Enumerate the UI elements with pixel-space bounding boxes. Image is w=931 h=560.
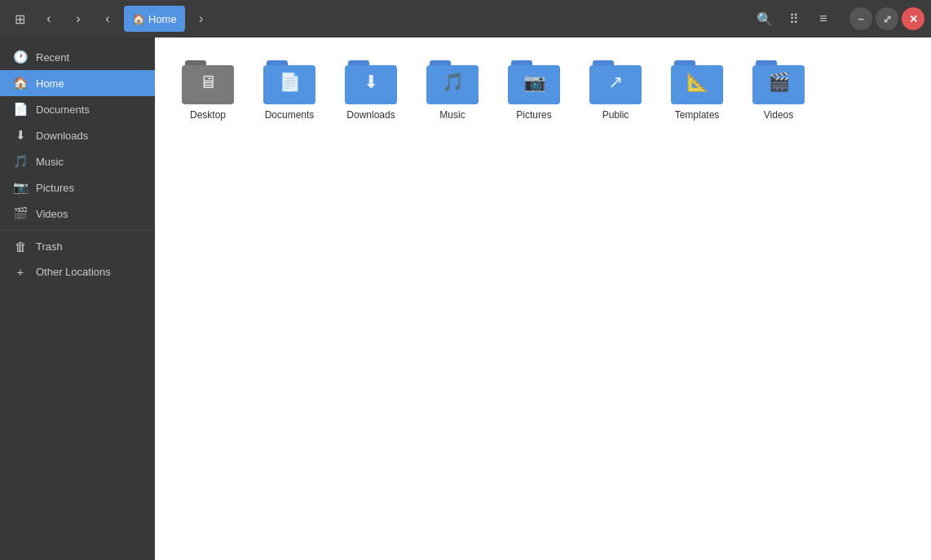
next-icon: › — [199, 11, 203, 26]
folder-icon-templates: 📐 — [671, 60, 723, 104]
main-area: 🕐 Recent 🏠 Home 📄 Documents ⬇ Downloads … — [0, 37, 931, 560]
other-locations-icon: + — [13, 265, 28, 279]
sidebar-item-recent[interactable]: 🕐 Recent — [0, 44, 155, 70]
home-button[interactable]: 🏠 Home — [124, 6, 185, 32]
sidebar-label-home: Home — [36, 77, 64, 90]
sidebar: 🕐 Recent 🏠 Home 📄 Documents ⬇ Downloads … — [0, 37, 155, 560]
prev-icon: ‹ — [105, 11, 109, 26]
folder-icon-videos: 🎬 — [752, 60, 805, 104]
folder-icon-documents: 📄 — [263, 60, 315, 104]
sidebar-item-pictures[interactable]: 📷 Pictures — [0, 174, 155, 201]
folder-label-public: Public — [602, 109, 629, 121]
folder-label-documents: Documents — [265, 109, 315, 121]
forward-icon: › — [76, 11, 80, 26]
folder-label-templates: Templates — [675, 109, 720, 121]
folder-label-desktop: Desktop — [190, 109, 226, 121]
restore-button[interactable]: ⤢ — [876, 7, 898, 30]
close-icon: ✕ — [909, 13, 918, 25]
sidebar-item-documents[interactable]: 📄 Documents — [0, 96, 155, 122]
folder-pictures[interactable]: 📷 Pictures — [497, 54, 571, 127]
home-icon: 🏠 — [13, 76, 28, 90]
sidebar-separator — [0, 230, 155, 231]
search-button[interactable]: 🔍 — [752, 6, 778, 32]
home-label: Home — [148, 13, 177, 25]
sidebar-item-downloads[interactable]: ⬇ Downloads — [0, 122, 155, 148]
close-button[interactable]: ✕ — [902, 7, 924, 30]
folder-label-downloads: Downloads — [346, 109, 395, 121]
sidebar-item-music[interactable]: 🎵 Music — [0, 148, 155, 174]
videos-icon: 🎬 — [13, 206, 28, 221]
titlebar-left: ⊞ ‹ › ‹ 🏠 Home › — [7, 6, 214, 32]
grid-icon: ⠿ — [789, 11, 799, 27]
music-icon: 🎵 — [13, 154, 28, 169]
folder-icon-public: ↗ — [589, 60, 642, 104]
folder-icon-music: 🎵 — [426, 60, 479, 104]
folder-icon-downloads: ⬇ — [345, 60, 397, 104]
restore-icon: ⤢ — [883, 13, 892, 25]
folder-videos[interactable]: 🎬 Videos — [742, 54, 815, 127]
folder-label-videos: Videos — [764, 109, 793, 121]
folder-public[interactable]: ↗ Public — [579, 54, 652, 127]
folder-templates[interactable]: 📐 Templates — [660, 54, 734, 127]
titlebar: ⊞ ‹ › ‹ 🏠 Home › 🔍 ⠿ ≡ − — [0, 0, 931, 37]
documents-icon: 📄 — [13, 102, 28, 117]
folder-label-pictures: Pictures — [516, 109, 551, 121]
sidebar-label-pictures: Pictures — [36, 182, 74, 194]
next-button[interactable]: › — [188, 6, 214, 32]
back-button[interactable]: ‹ — [36, 6, 62, 32]
back-icon: ‹ — [46, 11, 51, 26]
trash-icon: 🗑 — [13, 240, 28, 254]
folder-icon-pictures: 📷 — [508, 60, 560, 104]
folder-music[interactable]: 🎵 Music — [416, 54, 489, 127]
sidebar-label-documents: Documents — [36, 104, 90, 116]
minimize-button[interactable]: − — [849, 7, 872, 30]
folder-downloads[interactable]: ⬇ Downloads — [334, 54, 408, 127]
folder-desktop[interactable]: 🖥 Desktop — [171, 54, 245, 127]
sidebar-label-recent: Recent — [36, 51, 69, 64]
sidebar-item-home[interactable]: 🏠 Home — [0, 70, 155, 96]
downloads-icon: ⬇ — [13, 128, 28, 143]
prev-button[interactable]: ‹ — [95, 6, 121, 32]
forward-button[interactable]: › — [65, 6, 91, 32]
sidebar-label-music: Music — [36, 156, 64, 168]
folder-icon-desktop: 🖥 — [182, 60, 234, 104]
sidebar-item-other-locations[interactable]: + Other Locations — [0, 259, 155, 284]
pictures-icon: 📷 — [13, 180, 28, 195]
sidebar-label-other-locations: Other Locations — [36, 266, 111, 278]
sidebar-item-trash[interactable]: 🗑 Trash — [0, 234, 155, 259]
search-icon: 🔍 — [757, 11, 773, 27]
folder-documents[interactable]: 📄 Documents — [253, 54, 326, 127]
sidebar-item-videos[interactable]: 🎬 Videos — [0, 201, 155, 227]
titlebar-right: 🔍 ⠿ ≡ − ⤢ ✕ — [752, 6, 924, 32]
menu-icon: ≡ — [819, 11, 827, 26]
folder-label-music: Music — [439, 109, 465, 121]
sidebar-label-videos: Videos — [36, 208, 68, 220]
sidebar-label-downloads: Downloads — [36, 130, 88, 142]
minimize-icon: − — [858, 13, 864, 25]
file-area: 🖥 Desktop 📄 Documents ⬇ Downloads — [155, 37, 931, 560]
sidebar-label-trash: Trash — [36, 240, 63, 253]
menu-button[interactable]: ≡ — [810, 6, 836, 32]
grid-button[interactable]: ⠿ — [781, 6, 807, 32]
recent-icon: 🕐 — [13, 50, 28, 64]
files-button[interactable]: ⊞ — [7, 6, 33, 32]
files-icon: ⊞ — [15, 11, 25, 27]
home-icon: 🏠 — [132, 13, 145, 25]
